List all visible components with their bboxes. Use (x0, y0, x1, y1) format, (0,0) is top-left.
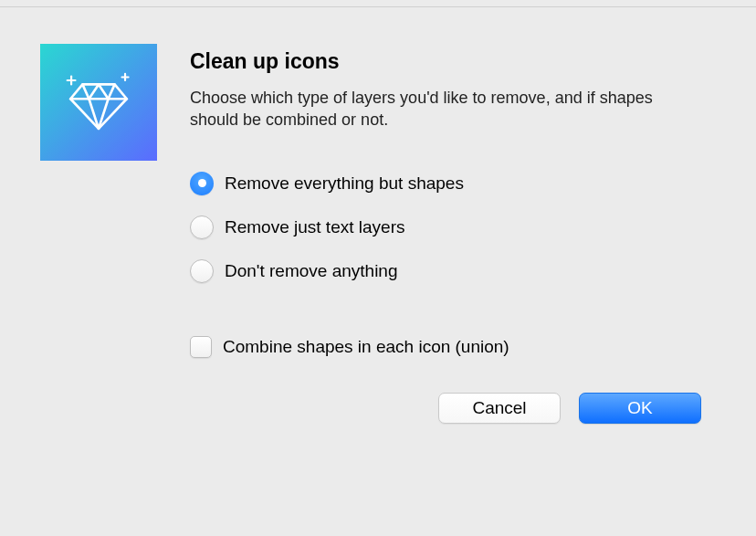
checkbox-label: Combine shapes in each icon (union) (223, 337, 509, 357)
cancel-button[interactable]: Cancel (438, 393, 561, 424)
svg-line-4 (99, 84, 109, 99)
dialog-content: Clean up icons Choose which type of laye… (0, 7, 756, 451)
checkbox-section: Combine shapes in each icon (union) (190, 336, 701, 358)
window-top-border (0, 0, 756, 7)
app-icon-box (40, 44, 157, 161)
svg-line-3 (89, 84, 99, 99)
dialog-description: Choose which type of layers you'd like t… (190, 87, 701, 131)
checkbox-icon (190, 336, 212, 358)
ok-button[interactable]: OK (579, 393, 701, 424)
radio-remove-just-text[interactable]: Remove just text layers (190, 215, 701, 239)
dialog-title: Clean up icons (190, 49, 701, 74)
svg-line-1 (82, 84, 89, 99)
svg-line-2 (109, 84, 115, 99)
radio-group: Remove everything but shapes Remove just… (190, 172, 701, 283)
radio-dont-remove[interactable]: Don't remove anything (190, 259, 701, 283)
radio-icon (190, 259, 214, 283)
radio-label: Don't remove anything (225, 261, 398, 281)
radio-icon (190, 172, 214, 195)
dialog-main: Clean up icons Choose which type of laye… (190, 44, 701, 424)
button-row: Cancel OK (190, 393, 701, 424)
diamond-icon (58, 60, 139, 144)
radio-remove-everything-but-shapes[interactable]: Remove everything but shapes (190, 172, 701, 195)
radio-label: Remove just text layers (225, 217, 404, 237)
radio-label: Remove everything but shapes (225, 173, 464, 194)
svg-marker-0 (70, 84, 127, 128)
radio-icon (190, 215, 214, 239)
checkbox-combine-shapes[interactable]: Combine shapes in each icon (union) (190, 336, 701, 358)
